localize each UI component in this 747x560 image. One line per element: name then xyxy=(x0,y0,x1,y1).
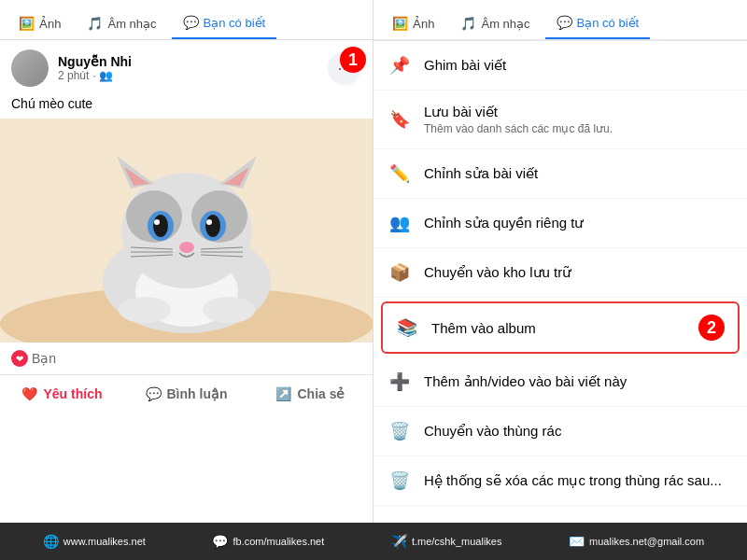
menu-item-album[interactable]: 📚 Thêm vào album 2 xyxy=(381,301,740,354)
footer-website-text: www.mualikes.net xyxy=(63,536,146,547)
album-icon: 📚 xyxy=(396,316,418,339)
menu-item-save[interactable]: 🔖 Lưu bài viết Thêm vào danh sách các mụ… xyxy=(374,91,747,149)
menu-text-privacy: Chỉnh sửa quyền riêng tư xyxy=(424,215,732,231)
menu-text-edit: Chỉnh sửa bài viết xyxy=(424,165,732,182)
cat-image-svg xyxy=(0,119,373,343)
menu-item-trash-info[interactable]: 🗑️ Hệ thống sẽ xóa các mục trong thùng r… xyxy=(374,456,747,506)
tab-photo-label-left: Ảnh xyxy=(39,17,61,31)
comment-label: Bình luận xyxy=(167,386,228,401)
privacy-icon: 👥 xyxy=(388,212,411,234)
menu-item-privacy[interactable]: 👥 Chỉnh sửa quyền riêng tư xyxy=(374,199,747,248)
add-media-icon: ➕ xyxy=(388,371,411,393)
menu-text-trash: Chuyển vào thùng rác xyxy=(424,423,732,440)
footer-item-fb[interactable]: 💬 fb.com/mualikes.net xyxy=(212,534,324,549)
comment-button[interactable]: 💬 Bình luận xyxy=(124,379,248,409)
menu-label-pin: Ghim bài viết xyxy=(424,57,732,74)
menu-text-save: Lưu bài viết Thêm vào danh sách các mục … xyxy=(424,104,732,135)
post-header: Nguyễn Nhi 2 phút · 👥 ··· 1 xyxy=(0,40,373,96)
menu-label-add-media: Thêm ảnh/video vào bài viết này xyxy=(424,373,732,390)
more-button-wrapper: ··· 1 xyxy=(328,51,361,85)
left-tab-bar: 🖼️ Ảnh 🎵 Âm nhạc 💬 Bạn có biết xyxy=(0,0,373,40)
archive-icon: 📦 xyxy=(388,261,411,284)
trash-icon: 🗑️ xyxy=(388,420,411,442)
right-tab-bar: 🖼️ Ảnh 🎵 Âm nhạc 💬 Bạn có biết xyxy=(374,0,747,41)
menu-item-trash[interactable]: 🗑️ Chuyển vào thùng rác xyxy=(374,407,747,456)
tab-suggest-left[interactable]: 💬 Bạn có biết xyxy=(172,7,277,39)
footer-item-email[interactable]: ✉️ mualikes.net@gmail.com xyxy=(569,534,704,549)
menu-label-album: Thêm vào album xyxy=(431,320,680,336)
tab-suggest-label-left: Bạn có biết xyxy=(204,16,266,30)
left-panel: 🖼️ Ảnh 🎵 Âm nhạc 💬 Bạn có biết Nguyễn Nh… xyxy=(0,0,374,523)
share-icon: ↗️ xyxy=(275,386,291,401)
save-icon: 🔖 xyxy=(388,108,411,131)
menu-text-add-media: Thêm ảnh/video vào bài viết này xyxy=(424,373,732,390)
footer-item-website[interactable]: 🌐 www.mualikes.net xyxy=(43,534,146,549)
menu-label-edit: Chỉnh sửa bài viết xyxy=(424,165,732,182)
post-image xyxy=(0,119,373,343)
svg-point-25 xyxy=(203,297,255,323)
menu-item-edit[interactable]: ✏️ Chỉnh sửa bài viết xyxy=(374,149,747,199)
tab-suggest-right[interactable]: 💬 Bạn có biết xyxy=(545,7,651,39)
menu-sublabel-save: Thêm vào danh sách các mục đã lưu. xyxy=(424,122,732,135)
context-menu-list: 📌 Ghim bài viết 🔖 Lưu bài viết Thêm vào … xyxy=(374,41,747,523)
step1-badge: 1 xyxy=(340,47,366,73)
tab-music-left[interactable]: 🎵 Âm nhạc xyxy=(76,7,167,39)
suggest-icon-right: 💬 xyxy=(557,15,572,30)
svg-point-13 xyxy=(153,215,168,237)
post-time: 2 phút · 👥 xyxy=(58,69,328,82)
share-button[interactable]: ↗️ Chia sẻ xyxy=(248,379,373,409)
like-label: Yêu thích xyxy=(43,386,102,401)
tab-photo-left[interactable]: 🖼️ Ảnh xyxy=(7,7,72,39)
menu-text-trash-info: Hệ thống sẽ xóa các mục trong thùng rác … xyxy=(424,472,732,489)
tab-photo-label-right: Ảnh xyxy=(413,17,434,31)
menu-item-pin[interactable]: 📌 Ghim bài viết xyxy=(374,41,747,91)
reaction-count: Bạn xyxy=(32,351,56,366)
tab-music-label-left: Âm nhạc xyxy=(107,17,156,31)
menu-label-privacy: Chỉnh sửa quyền riêng tư xyxy=(424,215,732,231)
menu-item-archive[interactable]: 📦 Chuyển vào kho lưu trữ xyxy=(374,248,747,298)
like-icon: ❤️ xyxy=(21,386,37,401)
tab-suggest-label-right: Bạn có biết xyxy=(577,16,640,30)
pin-icon: 📌 xyxy=(388,54,411,77)
footer: 🌐 www.mualikes.net 💬 fb.com/mualikes.net… xyxy=(0,523,747,560)
edit-icon: ✏️ xyxy=(388,162,411,185)
fb-icon: 💬 xyxy=(212,534,228,549)
like-button[interactable]: ❤️ Yêu thích xyxy=(0,379,124,409)
svg-point-16 xyxy=(206,219,212,225)
menu-item-add-media[interactable]: ➕ Thêm ảnh/video vào bài viết này xyxy=(374,357,747,407)
right-panel: 🖼️ Ảnh 🎵 Âm nhạc 💬 Bạn có biết 📌 Ghim bà… xyxy=(374,0,747,523)
tab-photo-right[interactable]: 🖼️ Ảnh xyxy=(381,7,445,39)
footer-fb-text: fb.com/mualikes.net xyxy=(233,536,324,547)
trash-info-icon: 🗑️ xyxy=(388,469,411,492)
menu-text-archive: Chuyển vào kho lưu trữ xyxy=(424,264,732,281)
post-author: Nguyễn Nhi xyxy=(58,54,328,69)
share-label: Chia sẻ xyxy=(297,386,345,401)
menu-label-trash-info: Hệ thống sẽ xóa các mục trong thùng rác … xyxy=(424,472,732,489)
photo-icon-left: 🖼️ xyxy=(19,16,35,31)
heart-reaction-icon: ❤ xyxy=(11,350,28,367)
tab-music-right[interactable]: 🎵 Âm nhạc xyxy=(449,7,541,39)
svg-point-24 xyxy=(119,297,171,323)
reaction-bar: ❤ Bạn xyxy=(0,343,373,375)
avatar xyxy=(11,49,49,87)
telegram-icon: ✈️ xyxy=(391,534,407,549)
footer-item-telegram[interactable]: ✈️ t.me/cshk_mualikes xyxy=(391,534,502,549)
action-bar: ❤️ Yêu thích 💬 Bình luận ↗️ Chia sẻ xyxy=(0,375,373,413)
menu-label-save: Lưu bài viết xyxy=(424,104,732,120)
svg-point-15 xyxy=(154,219,160,225)
music-icon-right: 🎵 xyxy=(460,16,476,31)
suggest-icon-left: 💬 xyxy=(183,15,199,30)
step2-badge: 2 xyxy=(698,315,725,341)
menu-text-album: Thêm vào album xyxy=(431,320,680,336)
music-icon-left: 🎵 xyxy=(87,16,103,31)
globe-icon: 🌐 xyxy=(43,534,59,549)
avatar-image xyxy=(11,49,49,87)
svg-point-17 xyxy=(179,242,194,253)
footer-email-text: mualikes.net@gmail.com xyxy=(589,536,704,547)
post-meta: Nguyễn Nhi 2 phút · 👥 xyxy=(58,54,328,82)
svg-point-14 xyxy=(205,215,220,237)
email-icon: ✉️ xyxy=(569,534,585,549)
comment-icon: 💬 xyxy=(146,386,162,401)
post-caption: Chú mèo cute xyxy=(0,96,373,119)
menu-text-pin: Ghim bài viết xyxy=(424,57,732,74)
